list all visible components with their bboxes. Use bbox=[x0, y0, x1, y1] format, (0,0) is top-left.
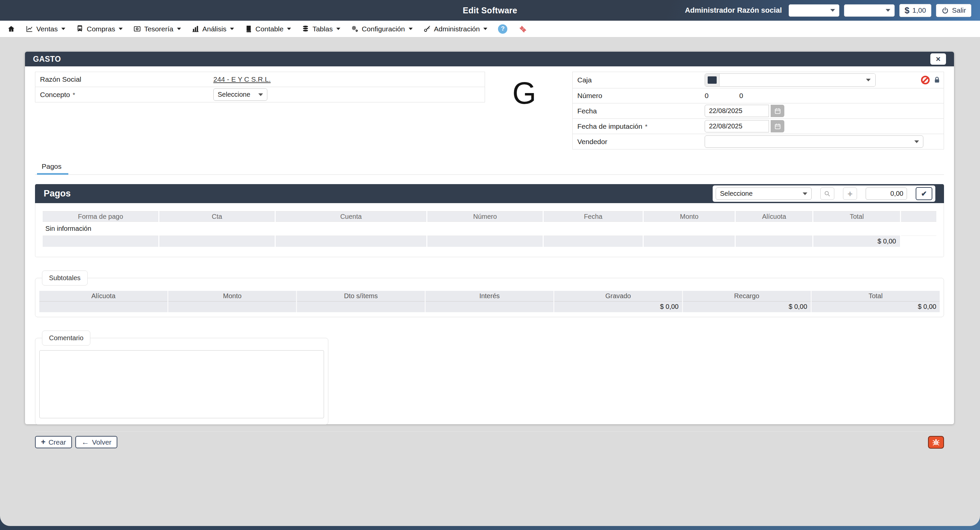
chevron-down-icon bbox=[258, 93, 263, 96]
no-data-message: Sin información bbox=[43, 222, 936, 236]
menu-administracion[interactable]: Administración bbox=[423, 25, 488, 33]
navbar-select-2[interactable] bbox=[844, 4, 895, 17]
pagos-header: Pagos Seleccione + ✔ bbox=[35, 184, 944, 203]
recargo-value: $ 0,00 bbox=[682, 302, 811, 312]
pagos-toolbar: Seleccione + ✔ bbox=[713, 185, 935, 202]
money-icon bbox=[133, 25, 141, 33]
fecha-calendar-button[interactable] bbox=[771, 105, 784, 117]
concepto-label: Concepto* bbox=[40, 91, 213, 99]
subtotales-header-row: Alícuota Monto Dto s/ítems Interés Grava… bbox=[39, 291, 940, 302]
avatar-letter: G bbox=[512, 78, 536, 109]
chevron-down-icon bbox=[886, 9, 890, 12]
subtotales-fieldset: Subtotales Alícuota Monto Dto s/ítems In… bbox=[35, 270, 944, 317]
fecha-input[interactable] bbox=[705, 105, 769, 117]
col-gravado: Gravado bbox=[554, 291, 682, 302]
pagos-footer-row: $ 0,00 bbox=[43, 236, 936, 247]
col-forma-de-pago: Forma de pago bbox=[43, 211, 159, 222]
menu-configuracion[interactable]: Configuración bbox=[351, 25, 413, 33]
ban-icon[interactable] bbox=[921, 75, 930, 85]
comentario-textarea[interactable] bbox=[39, 350, 324, 418]
menu-compras[interactable]: Compras bbox=[76, 25, 123, 33]
vendedor-select[interactable] bbox=[705, 136, 923, 148]
gasto-panel: GASTO × Razón Social 244 - E Y C S.R.L. … bbox=[25, 52, 954, 424]
close-button[interactable]: × bbox=[930, 53, 946, 65]
bus-icon bbox=[76, 25, 84, 33]
chevron-down-icon bbox=[336, 28, 340, 30]
numero-row: Número 0 0 bbox=[573, 88, 943, 104]
navbar-select-1[interactable] bbox=[789, 4, 839, 17]
col-alicuota: Alícuota bbox=[735, 211, 813, 222]
concepto-select[interactable]: Seleccione bbox=[213, 88, 267, 101]
razon-social-link[interactable]: 244 - E Y C S.R.L. bbox=[213, 75, 270, 83]
top-navbar: Edit Software Administrador Razón social… bbox=[0, 0, 980, 21]
database-icon bbox=[302, 25, 309, 33]
numero-values: 0 0 bbox=[705, 92, 743, 100]
concepto-row: Concepto* Seleccione bbox=[35, 87, 485, 102]
caja-select[interactable] bbox=[705, 73, 876, 87]
chevron-down-icon bbox=[803, 192, 807, 195]
chevron-down-icon bbox=[61, 28, 65, 30]
help-icon[interactable]: ? bbox=[498, 24, 508, 34]
pagos-table: Forma de pago Cta Cuenta Número Fecha Mo… bbox=[43, 211, 936, 247]
razon-social-row: Razón Social 244 - E Y C S.R.L. bbox=[35, 72, 485, 87]
bug-report-button[interactable] bbox=[928, 436, 944, 449]
required-marker: * bbox=[73, 91, 75, 98]
gasto-panel-header: GASTO × bbox=[25, 52, 954, 66]
caja-color-addon bbox=[705, 74, 720, 86]
amount-input[interactable] bbox=[865, 187, 907, 200]
logout-button[interactable]: Salir bbox=[936, 4, 971, 17]
forma-pago-select[interactable]: Seleccione bbox=[716, 187, 812, 200]
lock-icon[interactable] bbox=[933, 76, 941, 84]
fecha-label: Fecha bbox=[578, 107, 705, 115]
subtotales-values-row: $ 0,00 $ 0,00 $ 0,00 bbox=[39, 302, 940, 312]
col-total: Total bbox=[813, 211, 900, 222]
empty-data-row: Sin información bbox=[43, 222, 936, 236]
search-button[interactable] bbox=[820, 187, 834, 200]
required-marker: * bbox=[645, 123, 648, 130]
user-role-label: Administrador Razón social bbox=[685, 6, 782, 15]
fecha-imputacion-calendar-button[interactable] bbox=[771, 120, 784, 132]
gears-icon bbox=[351, 25, 359, 33]
pagos-body: Forma de pago Cta Cuenta Número Fecha Mo… bbox=[35, 203, 944, 257]
bug-icon bbox=[932, 438, 940, 447]
total-value: $ 0,00 bbox=[811, 302, 940, 312]
menu-tablas[interactable]: Tablas bbox=[302, 25, 340, 33]
add-payment-button[interactable]: + bbox=[843, 187, 857, 200]
menu-tesoreria[interactable]: Tesorería bbox=[133, 25, 181, 33]
chevron-down-icon bbox=[409, 28, 413, 30]
menu-analisis[interactable]: Análisis bbox=[192, 25, 234, 33]
crear-button[interactable]: + Crear bbox=[35, 436, 72, 448]
subtotales-legend: Subtotales bbox=[42, 270, 88, 286]
menu-contable[interactable]: Contable bbox=[245, 25, 291, 33]
currency-button[interactable]: $ 1,00 bbox=[899, 4, 931, 17]
pagos-table-header-row: Forma de pago Cta Cuenta Número Fecha Mo… bbox=[43, 211, 936, 222]
chevron-down-icon bbox=[177, 28, 181, 30]
volver-button[interactable]: ← Volver bbox=[75, 436, 117, 448]
fecha-row: Fecha bbox=[573, 104, 943, 119]
tab-pagos[interactable]: Pagos bbox=[37, 160, 68, 175]
forms-row: Razón Social 244 - E Y C S.R.L. Concepto… bbox=[35, 72, 944, 149]
caja-select-area bbox=[720, 74, 875, 86]
home-icon bbox=[7, 25, 15, 33]
caja-row: Caja bbox=[573, 72, 943, 88]
right-form: Caja Número 0 bbox=[572, 72, 944, 149]
home-button[interactable] bbox=[7, 25, 15, 33]
crear-label: Crear bbox=[48, 438, 66, 446]
menu-label: Contable bbox=[255, 25, 283, 33]
calendar-icon bbox=[774, 123, 781, 130]
vendedor-row: Vendedor bbox=[573, 134, 943, 149]
plus-icon: + bbox=[41, 438, 45, 446]
menu-label: Tablas bbox=[312, 25, 332, 33]
check-icon: ✔ bbox=[921, 190, 927, 198]
ticket-icon[interactable] bbox=[518, 24, 528, 34]
col-alicuota: Alícuota bbox=[39, 291, 168, 302]
fecha-imputacion-row: Fecha de imputación* bbox=[573, 119, 943, 134]
dollar-icon: $ bbox=[905, 5, 909, 16]
page-background: GASTO × Razón Social 244 - E Y C S.R.L. … bbox=[0, 37, 980, 526]
confirm-payment-button[interactable]: ✔ bbox=[916, 187, 932, 200]
close-icon: × bbox=[935, 54, 940, 63]
menu-ventas[interactable]: Ventas bbox=[25, 25, 65, 33]
vendedor-label: Vendedor bbox=[578, 138, 705, 146]
fecha-imputacion-input[interactable] bbox=[705, 120, 769, 132]
menu-label: Administración bbox=[434, 25, 480, 33]
